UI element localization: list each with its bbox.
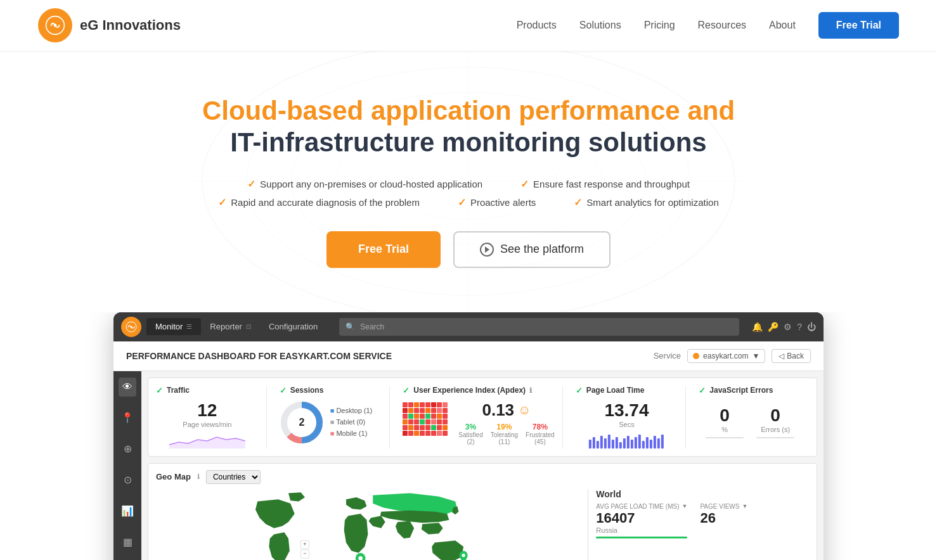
metric-page-load-header: ✓ Page Load Time: [576, 386, 678, 395]
svg-rect-34: [414, 414, 419, 419]
metrics-row: ✓ Traffic 12 Page views/min: [148, 378, 817, 457]
tab-reporter[interactable]: Reporter ⊡: [201, 318, 260, 335]
sidebar-chart-icon[interactable]: ▦: [119, 532, 136, 552]
svg-point-87: [462, 554, 465, 557]
check-icon-4: ✓: [458, 196, 466, 208]
js-errors-count-line: [756, 437, 794, 438]
svg-rect-24: [403, 408, 408, 413]
tab-configuration[interactable]: Configuration: [260, 318, 326, 335]
page-views-sort-icon: ▼: [742, 503, 747, 509]
svg-rect-23: [443, 402, 448, 407]
nav-solutions[interactable]: Solutions: [579, 20, 621, 31]
svg-rect-39: [443, 414, 448, 419]
nav-pricing[interactable]: Pricing: [644, 20, 675, 31]
metric-sessions-header: ✓ Sessions: [280, 386, 382, 395]
svg-rect-40: [403, 419, 408, 424]
feature-2: ✓ Ensure fast response and throughput: [520, 178, 690, 190]
tab-monitor[interactable]: Monitor ☰: [146, 318, 201, 335]
metric-traffic: ✓ Traffic 12 Page views/min: [156, 386, 267, 449]
dashboard-header-bar: PERFORMANCE DASHBOARD FOR EASYKART.COM S…: [113, 341, 824, 371]
nav-products[interactable]: Products: [517, 20, 557, 31]
sidebar-gauge-icon[interactable]: ⊙: [120, 470, 136, 490]
check-icon-2: ✓: [520, 178, 529, 190]
svg-rect-45: [431, 419, 436, 424]
svg-rect-58: [414, 431, 419, 436]
svg-rect-81: [653, 436, 656, 449]
bell-icon[interactable]: 🔔: [752, 322, 763, 332]
page-views-value: 26: [700, 510, 747, 526]
svg-rect-42: [414, 419, 419, 424]
svg-rect-72: [619, 442, 621, 449]
js-errors-pct: 0 %: [706, 405, 744, 438]
help-icon[interactable]: ?: [797, 322, 802, 332]
power-icon[interactable]: ⏻: [807, 322, 816, 332]
svg-rect-77: [638, 435, 640, 449]
nav-resources[interactable]: Resources: [698, 20, 746, 31]
geo-header: Geo Map ℹ Countries: [156, 470, 809, 484]
free-trial-hero-button[interactable]: Free Trial: [326, 231, 441, 268]
nav-about[interactable]: About: [769, 20, 796, 31]
svg-rect-70: [611, 440, 614, 449]
apdex-satisfied: 3% Satisfied (2): [458, 423, 482, 445]
logo-area: eG Innovations: [38, 8, 181, 42]
svg-rect-38: [437, 414, 442, 419]
svg-rect-46: [437, 419, 442, 424]
sessions-legend: ■ Desktop (1) ■ Tablet (0) ■: [330, 405, 373, 439]
svg-rect-16: [403, 402, 408, 407]
free-trial-nav-button[interactable]: Free Trial: [818, 12, 899, 39]
logo-text: eG Innovations: [80, 17, 181, 34]
svg-rect-67: [600, 436, 602, 449]
settings-icon[interactable]: ⚙: [784, 322, 792, 332]
geo-countries-select[interactable]: Countries: [206, 470, 261, 484]
svg-text:2: 2: [299, 417, 304, 428]
avg-load-value: 16407: [596, 510, 687, 526]
js-errors-check-icon: ✓: [699, 386, 706, 395]
sessions-donut-chart: 2: [280, 400, 324, 445]
traffic-check-icon: ✓: [156, 386, 163, 395]
svg-text:−: −: [303, 550, 306, 557]
svg-rect-69: [607, 435, 610, 449]
svg-rect-66: [596, 441, 598, 449]
js-errors-count: 0 Errors (s): [756, 405, 794, 438]
sidebar-topology-icon[interactable]: ⊕: [120, 439, 136, 459]
svg-rect-65: [592, 437, 595, 449]
svg-rect-48: [403, 425, 408, 430]
traffic-sub: Page views/min: [156, 421, 259, 428]
geo-title: Geo Map: [156, 472, 191, 481]
apdex-heatmap: [403, 402, 453, 443]
page-load-sub: Secs: [576, 421, 678, 428]
key-icon[interactable]: 🔑: [768, 322, 779, 332]
svg-rect-52: [425, 425, 430, 430]
back-button[interactable]: ◁ Back: [772, 349, 811, 363]
see-platform-button[interactable]: See the platform: [453, 231, 611, 268]
apdex-info-icon[interactable]: ℹ: [529, 386, 532, 395]
svg-rect-60: [425, 431, 430, 436]
geo-avg-load: AVG PAGE LOAD TIME (ms) ▼ 16407 Russia: [596, 503, 687, 538]
svg-rect-18: [414, 402, 419, 407]
svg-rect-54: [437, 425, 442, 430]
sidebar-eye-icon[interactable]: 👁: [119, 378, 136, 397]
apdex-check-icon: ✓: [403, 386, 410, 395]
metric-apdex: ✓ User Experience Index (Apdex) ℹ: [395, 386, 562, 449]
svg-rect-75: [630, 440, 633, 449]
js-errors-content: 0 % 0 Errors (s): [699, 400, 801, 438]
svg-rect-56: [403, 431, 408, 436]
service-select[interactable]: easykart.com ▼: [687, 349, 765, 363]
svg-rect-22: [437, 402, 442, 407]
sidebar-location-icon[interactable]: 📍: [117, 408, 138, 428]
hero-section: Cloud-based application performance and …: [0, 51, 937, 312]
apdex-tolerating: 19% Tolerating (11): [491, 423, 518, 445]
sidebar-analytics-icon[interactable]: 📊: [117, 501, 138, 521]
svg-rect-50: [414, 425, 419, 430]
svg-marker-11: [169, 437, 245, 449]
svg-rect-76: [634, 437, 637, 449]
page-load-bars: [576, 431, 678, 449]
geo-info-icon[interactable]: ℹ: [197, 473, 200, 481]
svg-rect-28: [425, 408, 430, 413]
titlebar-search[interactable]: 🔍 Search: [339, 318, 739, 336]
dashboard-body: 👁 📍 ⊕ ⊙ 📊 ▦ ✓ Traffic: [113, 371, 824, 560]
page-load-check-icon: ✓: [576, 386, 583, 395]
svg-rect-47: [443, 419, 448, 424]
metric-page-load: ✓ Page Load Time 13.74 Secs: [568, 386, 687, 449]
search-icon: 🔍: [346, 322, 355, 331]
